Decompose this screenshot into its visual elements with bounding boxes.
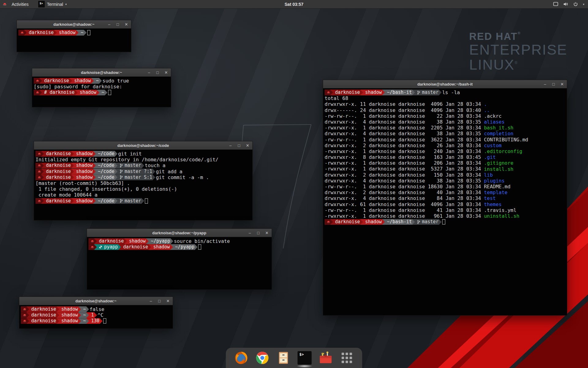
python-venv-icon <box>99 245 102 249</box>
ls-row-meta: -rwxrwxr-x. 1 darknoise darknoise 206 Ja… <box>325 160 484 166</box>
terminal-window-1[interactable]: darknoise@shadow:~–□✕darknoiseshadow~ <box>17 20 131 52</box>
toolbox-icon <box>319 351 333 365</box>
brand-line-enterprise: ENTERPRISE <box>469 42 567 57</box>
ls-row-meta: drwxrwxr-x. 61 darknoise darknoise 4096 … <box>325 201 484 207</box>
ls-row-meta: drwxrwxr-x. 4 darknoise darknoise 38 Jan… <box>325 131 484 136</box>
typed-command: git commit -a -m . <box>156 174 209 180</box>
terminal-line: -rw-rw-r--. 1 darknoise darknoise 22 Jan… <box>325 113 565 119</box>
maximize-button[interactable]: □ <box>116 22 120 26</box>
terminal-content[interactable]: darknoiseshadow~/bash-itmasterls -latota… <box>323 88 567 225</box>
volume-icon[interactable] <box>563 2 568 6</box>
redhat-fedora-icon <box>37 199 41 203</box>
terminal-window-5[interactable]: darknoise@shadow:~–□✕darknoiseshadow~fal… <box>19 297 173 329</box>
maximize-button[interactable]: □ <box>256 231 260 235</box>
terminal-line: -rwxrwxr-x. 1 darknoise darknoise 240 Ja… <box>325 148 565 154</box>
terminal-line: drwxrwxr-x. 2 darknoise darknoise 40 Jan… <box>325 190 565 195</box>
chrome-icon <box>255 351 270 365</box>
power-icon[interactable] <box>573 2 578 6</box>
prompt-segment-host: shadow <box>54 30 78 36</box>
titlebar[interactable]: darknoise@shadow:~–□✕ <box>19 297 173 305</box>
terminal-window-3[interactable]: darknoise@shadow:~/code–□✕darknoiseshado… <box>34 141 253 220</box>
dock-item-chrome[interactable] <box>255 351 270 365</box>
typed-command: source bin/activate <box>174 238 230 244</box>
terminal-window-2[interactable]: darknoise@shadow:~–□✕darknoiseshadow~sud… <box>32 68 171 107</box>
terminal-content[interactable]: darknoiseshadow~/codegit initInitialized… <box>34 150 252 204</box>
titlebar[interactable]: darknoise@shadow:~–□✕ <box>17 20 131 29</box>
redhat-fedora-icon <box>90 245 94 249</box>
minimize-button[interactable]: – <box>149 299 153 303</box>
close-button[interactable]: ✕ <box>164 71 168 75</box>
minimize-button[interactable]: – <box>228 144 232 148</box>
terminal-window-4[interactable]: darknoise@shadow:~/pyapp–□✕darknoiseshad… <box>87 228 272 290</box>
terminal-window-6[interactable]: darknoise@shadow:~/bash-it–□✕darknoisesh… <box>323 80 567 316</box>
ls-row-meta: drwxrwxr-x. 4 darknoise darknoise 38 Jan… <box>325 119 484 125</box>
ls-row-filename: .editorconfig <box>484 148 522 154</box>
dock-item-app-grid[interactable] <box>340 351 354 365</box>
maximize-button[interactable]: □ <box>156 71 160 75</box>
dock-item-firefox[interactable] <box>234 351 249 365</box>
prompt-segment-host: shadow <box>69 78 94 84</box>
dock-item-terminal[interactable]: $> <box>297 351 312 365</box>
titlebar[interactable]: darknoise@shadow:~–□✕ <box>32 68 171 77</box>
titlebar[interactable]: darknoise@shadow:~/code–□✕ <box>34 141 252 150</box>
ls-row-meta: -rwxrwxr-x. 1 darknoise darknoise 2205 J… <box>325 125 484 131</box>
redhat-fedora-icon <box>90 239 94 243</box>
terminal-line: darknoiseshadow~/codemaster S:1git commi… <box>36 174 251 180</box>
terminal-content[interactable]: darknoiseshadow~/pyappsource bin/activat… <box>87 237 272 250</box>
close-button[interactable]: ✕ <box>124 22 128 26</box>
dock-item-toolbox[interactable] <box>318 351 333 365</box>
terminal-content[interactable]: darknoiseshadow~ <box>17 29 131 36</box>
minimize-button[interactable]: – <box>543 82 547 86</box>
close-button[interactable]: ✕ <box>246 144 250 148</box>
git-branch-icon <box>120 163 123 168</box>
terminal-line: drwxrwxr-x. 11 darknoise darknoise 4096 … <box>325 101 565 107</box>
prompt-segment-host: shadow <box>56 306 81 312</box>
ls-row-meta: drwxrwxr-x. 2 darknoise darknoise 26 Jan… <box>325 143 484 148</box>
activities-button[interactable]: Activities <box>9 0 31 8</box>
prompt-segment-user: darknoise <box>118 244 151 250</box>
prompt-segment-git: master <box>115 163 144 168</box>
typed-command: ls -la <box>442 90 460 95</box>
ls-row-meta: -rwxrwxr-x. 1 darknoise darknoise 240 Ja… <box>325 148 484 154</box>
close-button[interactable]: ✕ <box>265 231 269 235</box>
maximize-button[interactable]: □ <box>237 144 241 148</box>
display-icon[interactable] <box>553 2 558 6</box>
terminal-content[interactable]: darknoiseshadow~falsedarknoiseshadow~1^C… <box>19 305 173 324</box>
prompt-segment-path: ~/bash-it <box>382 219 415 225</box>
output-text: [sudo] password for darknoise: <box>34 84 122 90</box>
app-menu[interactable]: $> Terminal ▾ <box>35 0 70 8</box>
terminal-line: darknoiseshadow~/codemastertouch a <box>36 163 251 168</box>
window-title: darknoise@shadow:~/bash-it <box>417 82 473 86</box>
ls-row-meta: drwxrwxr-x. 8 darknoise darknoise 163 Ja… <box>325 154 484 160</box>
clock[interactable]: Sat 03:57 <box>285 2 303 7</box>
dock-item-files[interactable] <box>276 351 291 365</box>
ls-row-meta: -rw-rw-r--. 1 darknoise darknoise 3622 J… <box>325 137 484 143</box>
ls-row-filename: plugins <box>484 178 504 184</box>
close-button[interactable]: ✕ <box>560 82 564 86</box>
prompt-segment-user: darknoise <box>41 163 74 168</box>
minimize-button[interactable]: – <box>147 71 151 75</box>
system-menu-chevron-icon[interactable]: ▾ <box>583 3 584 6</box>
terminal-line: darknoiseshadow~/codemaster ?:1git add a <box>36 169 251 174</box>
terminal-content[interactable]: darknoiseshadow~sudo true[sudo] password… <box>32 77 171 96</box>
prompt-segment-user: darknoise <box>41 151 74 157</box>
redhat-logo-icon <box>2 2 7 6</box>
prompt-segment-user: darknoise <box>41 198 74 204</box>
redhat-fedora-icon <box>326 90 330 94</box>
prompt-segment-path: ~/pyapp <box>146 238 173 244</box>
maximize-button[interactable]: □ <box>157 299 161 303</box>
close-button[interactable]: ✕ <box>166 299 170 303</box>
prompt-segment-host: shadow <box>148 244 173 250</box>
ls-row-meta: drwxrwxr-x. 4 darknoise darknoise 84 Jan… <box>325 195 484 201</box>
terminal-line: darknoiseshadow~false <box>21 306 171 312</box>
minimize-button[interactable]: – <box>107 22 111 26</box>
prompt-segment-user: darknoise <box>26 312 59 318</box>
minimize-button[interactable]: – <box>248 231 252 235</box>
prompt-segment-git: master ?:1 <box>115 169 155 174</box>
git-branch-icon <box>120 169 123 174</box>
maximize-button[interactable]: □ <box>552 82 556 86</box>
titlebar[interactable]: darknoise@shadow:~/bash-it–□✕ <box>323 80 567 88</box>
prompt-segment-user: darknoise <box>330 219 363 225</box>
titlebar[interactable]: darknoise@shadow:~/pyapp–□✕ <box>87 229 272 237</box>
terminal-line: drwxrwxr-x. 4 darknoise darknoise 38 Jan… <box>325 131 565 136</box>
